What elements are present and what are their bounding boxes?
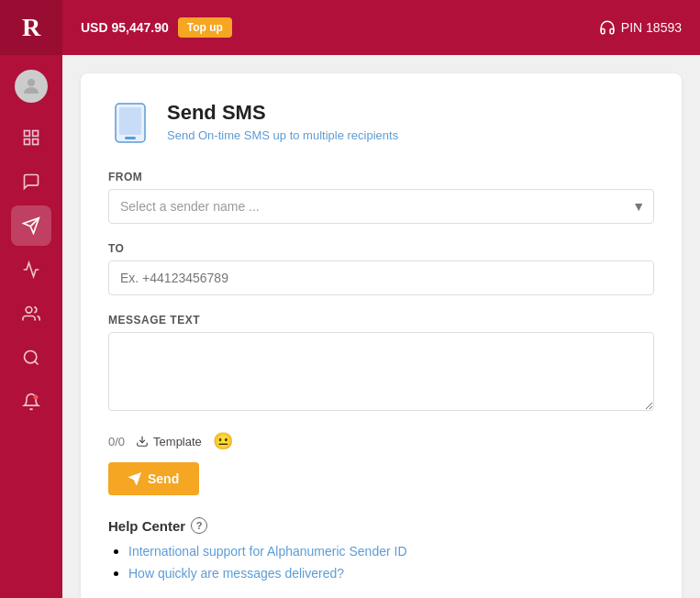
to-input[interactable] (108, 260, 654, 295)
svg-rect-2 (33, 131, 39, 137)
sidebar-item-contacts[interactable] (11, 293, 51, 334)
download-icon (136, 435, 149, 448)
sms-icon (108, 101, 152, 145)
svg-point-10 (34, 395, 39, 400)
sms-subtitle: Send On-time SMS up to multiple recipien… (167, 128, 398, 142)
sidebar-item-notifications[interactable] (11, 382, 51, 422)
emoji-button[interactable]: 😐 (213, 433, 233, 449)
svg-rect-12 (119, 107, 141, 135)
to-group: TO (108, 242, 654, 295)
message-label: Message Text (108, 314, 654, 327)
main-content: USD 95,447.90 Top up PIN 18593 Send SMS (62, 0, 700, 598)
svg-rect-4 (33, 139, 39, 145)
help-link-item-1: International support for Alphanumeric S… (128, 543, 654, 559)
help-links: International support for Alphanumeric S… (108, 543, 654, 581)
sidebar-logo[interactable]: R (0, 0, 62, 55)
from-select-wrapper: Select a sender name ... ▼ (108, 189, 654, 224)
topbar-balance: USD 95,447.90 Top up (81, 17, 232, 38)
svg-point-8 (25, 351, 37, 363)
send-sms-card: Send SMS Send On-time SMS up to multiple… (81, 73, 682, 598)
headset-icon (599, 19, 616, 36)
topbar-pin: PIN 18593 (599, 19, 682, 36)
svg-rect-13 (125, 137, 136, 139)
send-icon (128, 472, 141, 485)
char-count: 0/0 (108, 435, 125, 448)
sms-header-text: Send SMS Send On-time SMS up to multiple… (167, 101, 398, 142)
help-title-text: Help Center (108, 518, 185, 534)
send-label: Send (148, 471, 179, 486)
avatar[interactable] (15, 70, 48, 103)
sidebar-item-search[interactable] (11, 338, 51, 378)
help-section: Help Center ? International support for … (108, 517, 654, 581)
logo-icon: R (22, 13, 40, 42)
send-button[interactable]: Send (108, 462, 199, 495)
sidebar-item-analytics[interactable] (11, 249, 51, 290)
sidebar-item-send[interactable] (11, 205, 51, 246)
svg-point-7 (26, 307, 32, 314)
template-label: Template (153, 435, 202, 448)
template-button[interactable]: Template (136, 435, 202, 448)
sms-header: Send SMS Send On-time SMS up to multiple… (108, 101, 654, 145)
svg-rect-1 (25, 131, 30, 137)
topbar: USD 95,447.90 Top up PIN 18593 (62, 0, 700, 55)
svg-line-9 (35, 361, 39, 365)
message-actions: 0/0 Template 😐 (108, 433, 654, 449)
content-area: Send SMS Send On-time SMS up to multiple… (62, 55, 700, 598)
help-link-delivery[interactable]: How quickly are messages delivered? (128, 566, 344, 581)
svg-marker-16 (129, 473, 140, 484)
help-link-sender-id[interactable]: International support for Alphanumeric S… (128, 544, 407, 559)
sidebar-item-messages[interactable] (11, 161, 51, 202)
sidebar-item-dashboard[interactable] (11, 117, 51, 158)
help-icon: ? (191, 517, 207, 534)
from-group: FROM Select a sender name ... ▼ (108, 171, 654, 224)
message-group: Message Text (108, 314, 654, 415)
svg-rect-3 (25, 139, 30, 145)
help-link-item-2: How quickly are messages delivered? (128, 565, 654, 581)
help-title: Help Center ? (108, 517, 654, 534)
from-label: FROM (108, 171, 654, 183)
svg-point-0 (28, 79, 35, 86)
topup-button[interactable]: Top up (178, 17, 232, 38)
sms-title: Send SMS (167, 101, 398, 125)
pin-value: PIN 18593 (621, 20, 682, 35)
from-select[interactable]: Select a sender name ... (108, 189, 654, 224)
sidebar-nav (0, 117, 62, 422)
sidebar: R (0, 0, 62, 598)
balance-amount: USD 95,447.90 (81, 20, 169, 35)
message-textarea[interactable] (108, 332, 654, 411)
to-label: TO (108, 242, 654, 255)
